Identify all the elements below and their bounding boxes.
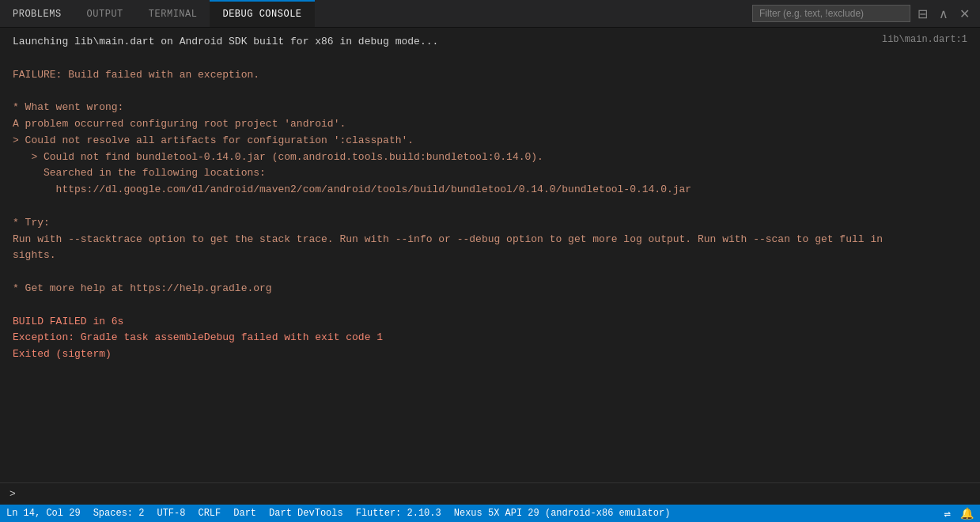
status-dart-devtools[interactable]: Dart DevTools bbox=[269, 508, 343, 519]
status-device[interactable]: Nexus 5X API 29 (android-x86 emulator) bbox=[454, 508, 671, 519]
console-area[interactable]: lib\main.dart:1 Launching lib\main.dart … bbox=[0, 28, 980, 482]
console-line: Launching lib\main.dart on Android SDK b… bbox=[13, 34, 885, 51]
console-line: * What went wrong: bbox=[13, 100, 885, 116]
console-line: Exception: Gradle task assembleDebug fai… bbox=[13, 330, 885, 346]
console-line bbox=[13, 83, 885, 100]
status-right-icons: ⇌ 🔔 bbox=[944, 507, 974, 520]
filter-input[interactable] bbox=[752, 5, 910, 22]
console-line: > Could not find bundletool-0.14.0.jar (… bbox=[13, 149, 885, 166]
close-icon: ✕ bbox=[959, 6, 970, 21]
console-content: Launching lib\main.dart on Android SDK b… bbox=[0, 34, 980, 363]
console-line: Run with --stacktrace option to get the … bbox=[13, 232, 885, 265]
console-line: * Try: bbox=[13, 215, 885, 232]
panel-layout-button[interactable]: ⊟ bbox=[914, 4, 932, 24]
console-line: > Could not resolve all artifacts for co… bbox=[13, 133, 885, 149]
tab-output[interactable]: OUTPUT bbox=[74, 0, 136, 27]
console-line: BUILD FAILED in 6s bbox=[13, 314, 885, 331]
file-location-label: lib\main.dart:1 bbox=[882, 34, 967, 45]
remote-icon[interactable]: ⇌ bbox=[944, 507, 951, 520]
status-encoding[interactable]: UTF-8 bbox=[157, 508, 185, 519]
status-line-ending[interactable]: CRLF bbox=[198, 508, 221, 519]
console-line bbox=[13, 297, 885, 314]
chevron-up-icon: ∧ bbox=[939, 6, 948, 21]
status-bar: Ln 14, Col 29 Spaces: 2 UTF-8 CRLF Dart … bbox=[0, 505, 980, 522]
collapse-button[interactable]: ∧ bbox=[935, 4, 952, 24]
tab-problems[interactable]: PROBLEMS bbox=[0, 0, 74, 27]
console-line: Exited (sigterm) bbox=[13, 346, 885, 363]
console-line bbox=[13, 199, 885, 215]
console-line bbox=[13, 264, 885, 281]
status-flutter[interactable]: Flutter: 2.10.3 bbox=[356, 508, 441, 519]
status-ln-col[interactable]: Ln 14, Col 29 bbox=[6, 508, 81, 519]
status-spaces[interactable]: Spaces: 2 bbox=[93, 508, 145, 519]
notification-icon[interactable]: 🔔 bbox=[960, 507, 974, 520]
close-button[interactable]: ✕ bbox=[955, 4, 974, 24]
terminal-prompt[interactable]: > bbox=[0, 482, 980, 505]
console-line: A problem occurred configuring root proj… bbox=[13, 116, 885, 133]
panel-layout-icon: ⊟ bbox=[918, 6, 928, 21]
tab-actions: ⊟ ∧ ✕ bbox=[752, 4, 980, 24]
console-line: * Get more help at https://help.gradle.o… bbox=[13, 281, 885, 297]
console-line: Searched in the following locations: bbox=[13, 165, 885, 182]
tab-debug-console[interactable]: DEBUG CONSOLE bbox=[210, 0, 314, 27]
console-line: https://dl.google.com/dl/android/maven2/… bbox=[13, 182, 885, 199]
prompt-symbol: > bbox=[9, 488, 16, 500]
tab-bar: PROBLEMS OUTPUT TERMINAL DEBUG CONSOLE ⊟… bbox=[0, 0, 980, 28]
status-language[interactable]: Dart bbox=[233, 508, 256, 519]
console-line bbox=[13, 51, 885, 67]
tab-terminal[interactable]: TERMINAL bbox=[136, 0, 210, 27]
console-line: FAILURE: Build failed with an exception. bbox=[13, 67, 885, 84]
